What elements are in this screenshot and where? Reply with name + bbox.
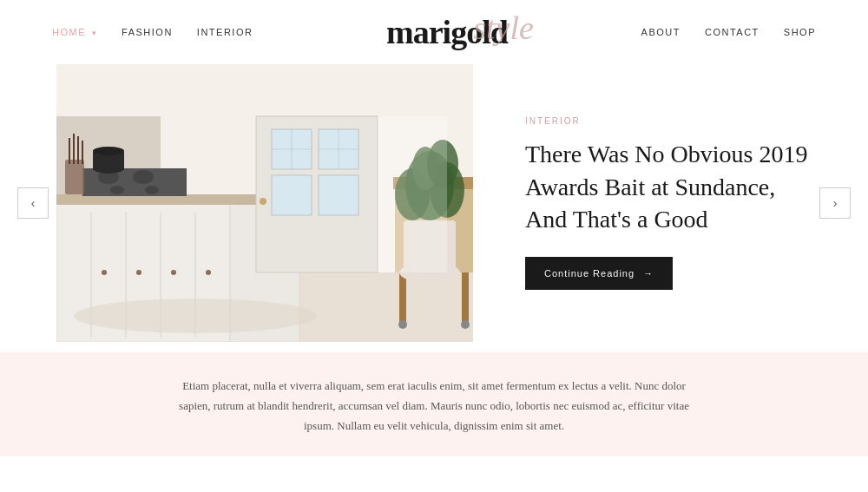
nav-left: HOME ▾ FASHION INTERIOR — [52, 27, 253, 37]
svg-rect-25 — [272, 175, 312, 215]
slider-section: ‹ — [0, 64, 868, 342]
svg-point-18 — [145, 186, 159, 194]
svg-point-37 — [461, 320, 470, 329]
nav-shop[interactable]: SHOP — [784, 27, 816, 37]
logo-script: style — [473, 9, 534, 47]
svg-point-31 — [260, 198, 266, 205]
logo-area: marigold style — [386, 16, 508, 49]
nav-about[interactable]: ABOUT — [641, 27, 681, 37]
svg-point-17 — [110, 186, 124, 194]
slide-title: There Was No Obvious 2019 Awards Bait at… — [525, 138, 812, 236]
svg-rect-35 — [462, 272, 469, 325]
svg-point-11 — [171, 270, 176, 275]
nav-fashion[interactable]: FASHION — [122, 27, 173, 37]
svg-point-46 — [74, 298, 317, 333]
svg-point-21 — [93, 147, 124, 155]
continue-reading-button[interactable]: Continue Reading → — [525, 257, 673, 290]
svg-point-36 — [398, 320, 407, 329]
svg-point-9 — [102, 270, 107, 275]
prev-arrow[interactable]: ‹ — [17, 187, 49, 219]
svg-point-16 — [133, 170, 154, 184]
svg-rect-45 — [378, 116, 447, 272]
footer-text: Etiam placerat, nulla et viverra aliquam… — [174, 377, 694, 436]
svg-rect-14 — [82, 168, 187, 196]
slide-content: INTERIOR There Was No Obvious 2019 Award… — [56, 64, 812, 342]
home-chevron: ▾ — [92, 29, 98, 37]
next-arrow[interactable]: › — [819, 187, 851, 219]
nav-right: ABOUT CONTACT SHOP — [641, 27, 816, 37]
nav-home[interactable]: HOME ▾ — [52, 27, 97, 37]
svg-point-10 — [136, 270, 141, 275]
slide-category: INTERIOR — [525, 116, 812, 126]
main-nav: HOME ▾ FASHION INTERIOR marigold style A… — [0, 0, 868, 64]
svg-point-12 — [206, 270, 211, 275]
svg-rect-26 — [319, 175, 358, 215]
nav-contact[interactable]: CONTACT — [705, 27, 760, 37]
svg-rect-47 — [65, 160, 84, 194]
slide-text: INTERIOR There Was No Obvious 2019 Award… — [525, 116, 812, 290]
svg-rect-34 — [399, 272, 406, 325]
nav-interior[interactable]: INTERIOR — [197, 27, 253, 37]
slide-image — [56, 64, 473, 342]
footer-band: Etiam placerat, nulla et viverra aliquam… — [0, 352, 868, 456]
